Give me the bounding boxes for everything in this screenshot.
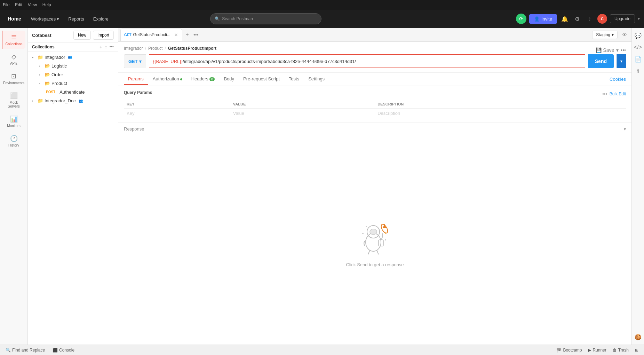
runner-button[interactable]: ▶ Runner (586, 347, 608, 353)
menu-help[interactable]: Help (42, 2, 51, 7)
menu-edit[interactable]: Edit (15, 2, 22, 7)
avatar[interactable]: C (597, 14, 607, 24)
breadcrumb: Integrador / Product / GetStatusProductI… (124, 46, 216, 51)
sidebar-item-collections[interactable]: ☰ Collections (2, 31, 25, 49)
console-button[interactable]: ⬛ Console (50, 347, 77, 353)
mock-servers-label: Mock Servers (4, 101, 24, 108)
collapse-icon[interactable]: ▾ (638, 16, 640, 21)
reports-link[interactable]: Reports (65, 14, 87, 24)
chevron-down-icon: ▾ (57, 16, 59, 22)
environment-selector[interactable]: Staging ▾ (592, 31, 618, 39)
params-area: Query Params ••• Bulk Edit KEY VALUE DES… (118, 86, 631, 123)
sync-status-icon[interactable]: ↕ (585, 14, 595, 24)
query-params-title: Query Params (124, 90, 152, 95)
request-authenticate[interactable]: › POST Authenticate (28, 88, 118, 96)
send-button[interactable]: Send (588, 54, 614, 68)
collections-label: Collections (6, 42, 23, 46)
find-replace-button[interactable]: 🔍 Find and Replace (3, 347, 47, 353)
bulk-edit-button[interactable]: Bulk Edit (610, 92, 626, 96)
value-placeholder[interactable]: Value (233, 111, 244, 116)
layout-icon: ⊞ (635, 348, 638, 353)
tab-settings[interactable]: Settings (304, 73, 329, 85)
workspaces-menu[interactable]: Workspaces ▾ (28, 14, 62, 24)
menu-view[interactable]: View (28, 2, 37, 7)
integrador-doc-team-icon: 👥 (79, 99, 83, 103)
send-dropdown-button[interactable]: ▾ (617, 54, 626, 68)
cookies-link[interactable]: Cookies (610, 77, 626, 82)
request-more-button[interactable]: ••• (621, 47, 626, 53)
collections-icon: ☰ (11, 33, 17, 41)
collection-integrador[interactable]: ▾ 📁 Integrador 👥 (28, 53, 118, 62)
folder-logistic[interactable]: › 📂 Logistic (28, 62, 118, 70)
search-bar[interactable]: 🔍 Search Postman (210, 13, 321, 24)
key-placeholder[interactable]: Key (127, 111, 134, 116)
right-cookie-icon[interactable]: 🍪 (633, 332, 643, 342)
collection-integrador-doc[interactable]: › 📁 Integrador_Doc 👥 (28, 96, 118, 105)
request-tabs: Params Authorization Headers8 Body Pre-r… (118, 73, 631, 86)
tab-tests[interactable]: Tests (285, 73, 303, 85)
add-collection-icon[interactable]: + (100, 44, 102, 50)
url-input[interactable]: {{BASE_URL}}/integrador/api/v1/products/… (149, 54, 585, 68)
breadcrumb-integrador[interactable]: Integrador (124, 46, 143, 51)
sidebar-item-environments[interactable]: ⊡ Environments (2, 70, 26, 88)
bootcamp-button[interactable]: 🏁 Bootcamp (554, 347, 584, 353)
breadcrumb-row: Integrador / Product / GetStatusProductI… (124, 46, 626, 54)
home-link[interactable]: Home (4, 14, 25, 24)
logistic-label: Logistic (51, 63, 67, 69)
breadcrumb-sep-1: / (145, 46, 146, 51)
tab-overflow-button[interactable]: ••• (192, 31, 200, 38)
content-area: GET GetStatusProducti... ✕ + ••• Staging… (118, 28, 631, 345)
integrador-team-icon: 👥 (68, 55, 72, 59)
tab-body[interactable]: Body (220, 73, 238, 85)
right-code-icon[interactable]: </> (633, 42, 643, 52)
logistic-folder-icon: 📂 (45, 63, 50, 69)
import-button[interactable]: Import (93, 31, 114, 40)
save-dropdown-button[interactable]: ▾ (616, 47, 619, 53)
sync-button[interactable]: ⟳ (516, 14, 526, 24)
method-label: GET (128, 59, 138, 64)
sidebar-item-mock-servers[interactable]: ⬜ Mock Servers (2, 89, 26, 111)
invite-button[interactable]: 👤 Invite (529, 14, 557, 24)
folder-product[interactable]: › 📂 Product (28, 79, 118, 88)
folder-order[interactable]: › 📂 Order (28, 70, 118, 79)
tab-params[interactable]: Params (124, 73, 148, 85)
layout-button[interactable]: ⊞ (633, 347, 641, 353)
params-empty-row: Key Value Description (124, 109, 626, 118)
tab-authorization[interactable]: Authorization (149, 73, 186, 85)
upgrade-button[interactable]: Upgrade (610, 14, 635, 23)
empty-state-illustration (352, 213, 398, 258)
eye-icon[interactable]: 👁 (620, 30, 629, 40)
tab-get-status[interactable]: GET GetStatusProducti... ✕ (120, 29, 182, 41)
trash-button[interactable]: 🗑 Trash (611, 347, 631, 353)
env-label: Staging (596, 32, 610, 37)
console-label: Console (59, 348, 74, 353)
new-tab-button[interactable]: + (183, 31, 191, 39)
explore-link[interactable]: Explore (90, 14, 111, 24)
method-select[interactable]: GET ▾ (124, 54, 146, 68)
params-more-icon[interactable]: ••• (602, 91, 607, 97)
desc-placeholder[interactable]: Description (377, 111, 400, 116)
more-collections-icon[interactable]: ••• (109, 45, 114, 49)
breadcrumb-product[interactable]: Product (148, 46, 162, 51)
url-path: /integrador/api/v1/products/products-imp… (183, 59, 356, 64)
new-button[interactable]: New (73, 31, 91, 40)
notification-icon[interactable]: 🔔 (560, 14, 570, 24)
save-button[interactable]: 💾 Save (596, 47, 614, 53)
tab-pre-request[interactable]: Pre-request Script (239, 73, 284, 85)
response-header[interactable]: Response ▾ (118, 123, 631, 135)
right-docs-icon[interactable]: 📄 (633, 54, 643, 64)
integrador-doc-chevron: › (32, 99, 36, 103)
sort-icon[interactable]: ≡ (104, 44, 107, 50)
tab-headers[interactable]: Headers8 (187, 73, 219, 85)
request-area: Integrador / Product / GetStatusProductI… (118, 42, 631, 73)
right-info-icon[interactable]: ℹ (633, 66, 643, 76)
sidebar-item-apis[interactable]: ◇ APIs (2, 50, 26, 68)
right-comments-icon[interactable]: 💬 (633, 31, 643, 40)
settings-icon[interactable]: ⚙ (572, 14, 582, 24)
apis-icon: ◇ (11, 53, 16, 61)
sidebar-item-monitors[interactable]: 📊 Monitors (2, 112, 26, 131)
sidebar-item-history[interactable]: 🕐 History (2, 132, 26, 150)
menu-file[interactable]: File (3, 2, 9, 7)
tab-close-button[interactable]: ✕ (174, 32, 178, 37)
order-folder-icon: 📂 (45, 72, 50, 77)
